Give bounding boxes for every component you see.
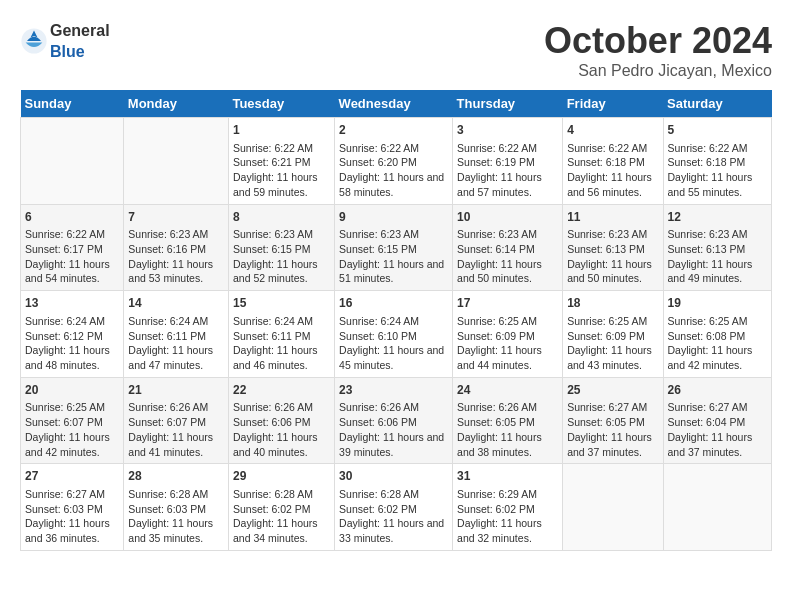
day-info: Sunrise: 6:28 AM (233, 487, 330, 502)
header: General Blue October 2024 San Pedro Jica… (20, 20, 772, 80)
day-info: Sunrise: 6:22 AM (25, 227, 119, 242)
calendar-cell (563, 464, 663, 551)
day-info: Sunrise: 6:23 AM (233, 227, 330, 242)
day-info: Sunset: 6:06 PM (233, 415, 330, 430)
day-number: 29 (233, 468, 330, 485)
day-info: Sunset: 6:02 PM (233, 502, 330, 517)
calendar-cell: 5Sunrise: 6:22 AMSunset: 6:18 PMDaylight… (663, 118, 771, 205)
day-number: 10 (457, 209, 558, 226)
day-number: 13 (25, 295, 119, 312)
calendar-cell: 25Sunrise: 6:27 AMSunset: 6:05 PMDayligh… (563, 377, 663, 464)
calendar-cell: 27Sunrise: 6:27 AMSunset: 6:03 PMDayligh… (21, 464, 124, 551)
day-info: Sunset: 6:09 PM (567, 329, 658, 344)
day-number: 22 (233, 382, 330, 399)
day-info: Daylight: 11 hours and 48 minutes. (25, 343, 119, 372)
day-info: Sunrise: 6:23 AM (128, 227, 224, 242)
day-info: Sunset: 6:21 PM (233, 155, 330, 170)
day-info: Sunrise: 6:22 AM (567, 141, 658, 156)
calendar-cell: 13Sunrise: 6:24 AMSunset: 6:12 PMDayligh… (21, 291, 124, 378)
calendar-week-5: 27Sunrise: 6:27 AMSunset: 6:03 PMDayligh… (21, 464, 772, 551)
day-number: 16 (339, 295, 448, 312)
day-info: Daylight: 11 hours and 57 minutes. (457, 170, 558, 199)
day-info: Sunrise: 6:26 AM (233, 400, 330, 415)
day-info: Sunrise: 6:24 AM (339, 314, 448, 329)
weekday-header-friday: Friday (563, 90, 663, 118)
calendar-cell: 4Sunrise: 6:22 AMSunset: 6:18 PMDaylight… (563, 118, 663, 205)
day-info: Sunset: 6:15 PM (339, 242, 448, 257)
day-info: Daylight: 11 hours and 42 minutes. (25, 430, 119, 459)
day-number: 11 (567, 209, 658, 226)
day-info: Sunset: 6:10 PM (339, 329, 448, 344)
day-info: Sunset: 6:08 PM (668, 329, 767, 344)
calendar-week-4: 20Sunrise: 6:25 AMSunset: 6:07 PMDayligh… (21, 377, 772, 464)
day-info: Daylight: 11 hours and 50 minutes. (457, 257, 558, 286)
day-info: Sunrise: 6:22 AM (339, 141, 448, 156)
calendar-cell: 12Sunrise: 6:23 AMSunset: 6:13 PMDayligh… (663, 204, 771, 291)
day-info: Daylight: 11 hours and 37 minutes. (567, 430, 658, 459)
day-info: Sunset: 6:15 PM (233, 242, 330, 257)
day-number: 30 (339, 468, 448, 485)
weekday-header-saturday: Saturday (663, 90, 771, 118)
calendar-week-2: 6Sunrise: 6:22 AMSunset: 6:17 PMDaylight… (21, 204, 772, 291)
day-info: Sunset: 6:13 PM (567, 242, 658, 257)
day-info: Sunrise: 6:22 AM (233, 141, 330, 156)
day-info: Daylight: 11 hours and 52 minutes. (233, 257, 330, 286)
day-number: 31 (457, 468, 558, 485)
day-info: Daylight: 11 hours and 39 minutes. (339, 430, 448, 459)
day-info: Daylight: 11 hours and 50 minutes. (567, 257, 658, 286)
day-info: Sunset: 6:02 PM (339, 502, 448, 517)
day-info: Sunrise: 6:24 AM (128, 314, 224, 329)
day-number: 20 (25, 382, 119, 399)
day-info: Sunrise: 6:27 AM (25, 487, 119, 502)
logo-blue-text: Blue (50, 43, 85, 60)
day-info: Daylight: 11 hours and 49 minutes. (668, 257, 767, 286)
day-info: Sunset: 6:09 PM (457, 329, 558, 344)
day-number: 26 (668, 382, 767, 399)
day-info: Sunset: 6:16 PM (128, 242, 224, 257)
day-number: 18 (567, 295, 658, 312)
day-info: Daylight: 11 hours and 38 minutes. (457, 430, 558, 459)
calendar-cell: 10Sunrise: 6:23 AMSunset: 6:14 PMDayligh… (453, 204, 563, 291)
calendar-cell: 6Sunrise: 6:22 AMSunset: 6:17 PMDaylight… (21, 204, 124, 291)
day-info: Sunset: 6:13 PM (668, 242, 767, 257)
day-info: Sunrise: 6:24 AM (25, 314, 119, 329)
calendar-cell (21, 118, 124, 205)
day-info: Sunrise: 6:27 AM (567, 400, 658, 415)
day-info: Sunrise: 6:27 AM (668, 400, 767, 415)
day-info: Daylight: 11 hours and 59 minutes. (233, 170, 330, 199)
weekday-header-thursday: Thursday (453, 90, 563, 118)
day-info: Sunrise: 6:26 AM (457, 400, 558, 415)
logo-general-text: General (50, 22, 110, 39)
calendar-cell: 9Sunrise: 6:23 AMSunset: 6:15 PMDaylight… (335, 204, 453, 291)
calendar-cell: 15Sunrise: 6:24 AMSunset: 6:11 PMDayligh… (228, 291, 334, 378)
day-info: Sunrise: 6:29 AM (457, 487, 558, 502)
day-number: 15 (233, 295, 330, 312)
calendar-cell: 28Sunrise: 6:28 AMSunset: 6:03 PMDayligh… (124, 464, 229, 551)
day-info: Daylight: 11 hours and 41 minutes. (128, 430, 224, 459)
calendar-cell: 7Sunrise: 6:23 AMSunset: 6:16 PMDaylight… (124, 204, 229, 291)
calendar-cell: 2Sunrise: 6:22 AMSunset: 6:20 PMDaylight… (335, 118, 453, 205)
day-info: Sunrise: 6:28 AM (339, 487, 448, 502)
calendar-cell: 1Sunrise: 6:22 AMSunset: 6:21 PMDaylight… (228, 118, 334, 205)
day-info: Daylight: 11 hours and 44 minutes. (457, 343, 558, 372)
day-info: Sunset: 6:11 PM (233, 329, 330, 344)
weekday-header-wednesday: Wednesday (335, 90, 453, 118)
day-info: Daylight: 11 hours and 33 minutes. (339, 516, 448, 545)
day-number: 28 (128, 468, 224, 485)
calendar-table: SundayMondayTuesdayWednesdayThursdayFrid… (20, 90, 772, 551)
day-info: Sunrise: 6:24 AM (233, 314, 330, 329)
calendar-cell: 3Sunrise: 6:22 AMSunset: 6:19 PMDaylight… (453, 118, 563, 205)
calendar-week-1: 1Sunrise: 6:22 AMSunset: 6:21 PMDaylight… (21, 118, 772, 205)
day-info: Sunset: 6:07 PM (128, 415, 224, 430)
day-number: 1 (233, 122, 330, 139)
day-info: Sunrise: 6:23 AM (339, 227, 448, 242)
location-title: San Pedro Jicayan, Mexico (544, 62, 772, 80)
day-info: Daylight: 11 hours and 37 minutes. (668, 430, 767, 459)
day-number: 9 (339, 209, 448, 226)
day-info: Daylight: 11 hours and 46 minutes. (233, 343, 330, 372)
day-info: Daylight: 11 hours and 45 minutes. (339, 343, 448, 372)
day-number: 5 (668, 122, 767, 139)
day-number: 3 (457, 122, 558, 139)
day-info: Sunset: 6:20 PM (339, 155, 448, 170)
calendar-cell: 30Sunrise: 6:28 AMSunset: 6:02 PMDayligh… (335, 464, 453, 551)
